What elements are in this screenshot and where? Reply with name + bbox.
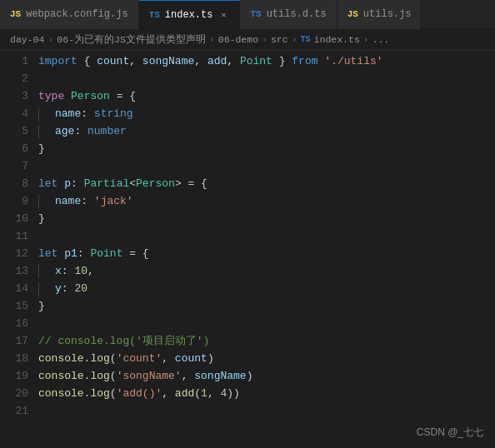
token-plain: ,: [129, 52, 142, 70]
token-plain: ,: [227, 52, 240, 70]
line-number: 9: [13, 192, 28, 210]
token-str: 'jack': [94, 192, 133, 210]
breadcrumb-sep: ›: [48, 34, 53, 45]
token-kw: let: [38, 245, 58, 262]
token-str: './utils': [324, 52, 382, 70]
code-line: [38, 157, 495, 175]
indent-bar: [38, 195, 39, 208]
line-number: 18: [13, 350, 28, 367]
token-plain: ): [208, 350, 214, 367]
token-prop: age: [55, 122, 74, 140]
code-line: let p1: Point = {: [38, 245, 495, 262]
code-line: y: 20: [38, 280, 495, 297]
indent-bar: [38, 125, 39, 138]
token-fn: log: [90, 367, 109, 385]
tab-utils-js[interactable]: JSutils.js: [338, 0, 422, 29]
indent-bar: [38, 107, 39, 121]
code-line: }: [38, 210, 495, 227]
code-line: x: 10,: [38, 262, 495, 280]
tab-label: index.ts: [165, 9, 213, 21]
token-num: 20: [74, 280, 88, 297]
token-plain: > = {: [175, 175, 208, 192]
tab-webpack[interactable]: JSwebpack.config.js: [0, 0, 139, 29]
tab-label: utils.d.ts: [267, 8, 327, 20]
token-plain: (: [110, 367, 117, 385]
token-comment: // console.log('项目启动了'): [38, 332, 209, 350]
code-line: console.log('songName', songName): [38, 367, 495, 385]
breadcrumb-sep: ›: [262, 34, 268, 45]
line-number: 5: [13, 122, 28, 140]
token-plain: [318, 52, 325, 70]
token-var: count: [175, 350, 208, 367]
token-type: Partial: [84, 175, 130, 192]
token-plain: }: [272, 52, 292, 70]
code-line: age: number: [38, 122, 495, 140]
token-num: 10: [74, 262, 88, 280]
line-number: 14: [13, 280, 28, 297]
line-number: 20: [13, 385, 28, 402]
line-number: 21: [13, 402, 28, 420]
code-line: [38, 70, 495, 87]
token-fn: console: [38, 350, 84, 367]
line-number: 3: [13, 87, 28, 105]
line-number: 11: [13, 227, 28, 245]
code-line: }: [38, 297, 495, 315]
breadcrumb-part: 06-demo: [218, 34, 258, 45]
token-plain: = {: [122, 245, 148, 262]
token-plain: :: [81, 192, 94, 210]
token-str: 'songName': [117, 367, 182, 385]
token-plain: (: [110, 385, 117, 402]
token-prop: x: [55, 262, 62, 280]
tab-index[interactable]: TSindex.ts✕: [139, 0, 241, 29]
token-var: count: [97, 52, 129, 70]
code-line: let p: Partial<Person> = {: [38, 175, 495, 192]
token-type: Point: [240, 52, 272, 70]
token-var: songName: [194, 367, 246, 385]
breadcrumb-part: ...: [372, 34, 390, 45]
code-content: import { count, songName, add, Point } f…: [35, 51, 495, 420]
token-plain: (: [194, 385, 201, 402]
tab-close-icon[interactable]: ✕: [218, 9, 229, 21]
token-plain: [58, 245, 64, 262]
token-kw: let: [38, 175, 58, 192]
token-plain: .: [84, 367, 91, 385]
token-kw2: type: [38, 87, 64, 105]
tab-utils-d[interactable]: TSutils.d.ts: [240, 0, 337, 29]
indent-bar: [38, 265, 39, 278]
line-number: 12: [13, 245, 28, 262]
token-num: 1: [201, 385, 208, 402]
token-plain: ): [247, 367, 253, 385]
token-plain: <: [129, 175, 136, 192]
indent-bar: [38, 282, 39, 296]
tab-icon: TS: [250, 9, 261, 19]
token-str: 'count': [117, 350, 162, 367]
token-plain: :: [62, 262, 75, 280]
code-line: [38, 227, 495, 245]
token-fn: log: [90, 385, 109, 402]
token-plain: :: [62, 280, 75, 297]
token-plain: ,: [194, 52, 208, 70]
token-kw: from: [292, 52, 318, 70]
code-line: name: string: [38, 105, 495, 122]
editor-wrap: import { count, songName, add, Point } f…: [35, 51, 495, 448]
token-plain: :: [81, 105, 94, 122]
token-plain: :: [71, 175, 84, 192]
token-kw: string: [94, 105, 133, 122]
token-type: Point: [90, 245, 122, 262]
tab-icon: JS: [348, 9, 358, 19]
line-number: 19: [13, 367, 28, 385]
editor: 123456789101112131415161718192021 import…: [0, 51, 495, 448]
token-plain: {: [78, 52, 97, 70]
line-number: 7: [13, 157, 28, 175]
code-line: type Person = {: [38, 87, 495, 105]
token-fn: console: [38, 367, 84, 385]
line-number: 8: [13, 175, 28, 192]
breadcrumb: day-04 › 06-为已有的JS文件提供类型声明 › 06-demo › s…: [0, 29, 495, 51]
token-plain: [64, 87, 71, 105]
token-fn: add: [175, 385, 194, 402]
token-plain: ,: [162, 350, 175, 367]
code-line: name: 'jack': [38, 192, 495, 210]
token-plain: )): [227, 385, 240, 402]
token-kw: number: [88, 122, 127, 140]
token-fn: console: [38, 385, 84, 402]
